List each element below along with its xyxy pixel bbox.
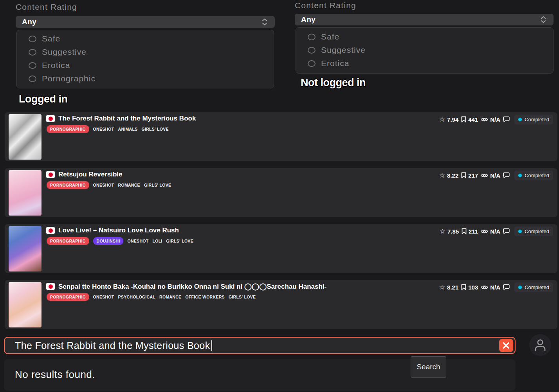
tag-oneshot[interactable]: ONESHOT xyxy=(93,125,114,133)
tag-pornographic[interactable]: PORNOGRAPHIC xyxy=(47,237,89,245)
radio-icon xyxy=(29,36,36,42)
content-rating-panel-not-logged-in: Content Rating Any Safe Suggestive Eroti… xyxy=(295,1,554,10)
tag-oneshot[interactable]: ONESHOT xyxy=(93,181,114,189)
tag-romance[interactable]: ROMANCE xyxy=(118,181,140,189)
tag-loli[interactable]: LOLI xyxy=(152,237,162,245)
follows-stat: 211 xyxy=(462,228,478,235)
status-label: Completed xyxy=(525,228,549,234)
content-rating-label: Content Rating xyxy=(16,2,275,12)
select-value: Any xyxy=(22,18,261,26)
rating-stat: ☆ 8.22 xyxy=(439,172,458,179)
tag-office-workers[interactable]: OFFICE WORKERS xyxy=(185,293,224,301)
manga-title[interactable]: Retsujou Reversible xyxy=(58,171,122,178)
content-rating-label: Content Rating xyxy=(295,1,554,10)
views-stat: N/A xyxy=(481,228,500,235)
follows-value: 217 xyxy=(468,172,478,179)
comment-icon[interactable] xyxy=(503,116,510,122)
radio-option-suggestive[interactable]: Suggestive xyxy=(296,43,553,57)
option-label: Safe xyxy=(42,34,60,43)
views-stat: N/A xyxy=(481,172,500,179)
manga-cover[interactable] xyxy=(9,114,41,160)
eye-icon xyxy=(481,229,488,234)
search-input-value: The Forest Rabbit and the Mysterious Boo… xyxy=(15,340,210,351)
views-stat: N/A xyxy=(481,284,500,291)
annotation-logged-in: Logged in xyxy=(19,93,67,105)
flag-dot xyxy=(49,228,53,233)
tag-girls-love[interactable]: GIRLS' LOVE xyxy=(142,125,169,133)
tag-psychological[interactable]: PSYCHOLOGICAL xyxy=(118,293,156,301)
tag-oneshot[interactable]: ONESHOT xyxy=(93,293,114,301)
status-dot-icon xyxy=(518,118,522,121)
tag-girls-love[interactable]: GIRLS' LOVE xyxy=(144,181,171,189)
status-badge: Completed xyxy=(514,115,553,124)
search-input[interactable]: The Forest Rabbit and the Mysterious Boo… xyxy=(4,337,516,354)
tag-doujinshi[interactable]: DOUJINSHI xyxy=(93,237,124,245)
manga-cover[interactable] xyxy=(9,226,41,272)
status-label: Completed xyxy=(525,117,549,122)
views-stat: N/A xyxy=(481,116,500,123)
content-rating-select[interactable]: Any xyxy=(295,14,554,25)
comment-icon[interactable] xyxy=(503,172,510,178)
manga-cover[interactable] xyxy=(9,282,41,327)
manga-row[interactable]: The Forest Rabbit and the Mysterious Boo… xyxy=(5,112,557,161)
manga-row[interactable]: Love Live! – Natsuiro Love Love Rush POR… xyxy=(5,224,557,273)
manga-stats: ☆ 8.22 217 N/A Completed xyxy=(439,170,553,180)
comment-icon[interactable] xyxy=(503,284,510,290)
tag-pornographic[interactable]: PORNOGRAPHIC xyxy=(47,181,89,189)
manga-row[interactable]: Retsujou Reversible PORNOGRAPHIC ONESHOT… xyxy=(5,168,557,217)
bookmark-icon xyxy=(462,228,467,234)
flag-dot xyxy=(49,173,53,177)
tag-romance[interactable]: ROMANCE xyxy=(159,293,181,301)
star-icon: ☆ xyxy=(439,284,445,291)
tag-girls-love[interactable]: GIRLS' LOVE xyxy=(229,293,256,301)
radio-option-pornographic[interactable]: Pornographic xyxy=(17,72,274,85)
clear-search-button[interactable] xyxy=(499,339,513,352)
select-value: Any xyxy=(301,15,539,24)
search-button[interactable]: Search xyxy=(411,356,446,378)
status-badge: Completed xyxy=(514,171,553,180)
tag-list: PORNOGRAPHIC ONESHOT PSYCHOLOGICAL ROMAN… xyxy=(47,293,256,301)
no-results-text: No results found. xyxy=(15,369,95,381)
radio-option-erotica[interactable]: Erotica xyxy=(296,57,553,70)
eye-icon xyxy=(481,285,488,290)
tag-girls-love[interactable]: GIRLS' LOVE xyxy=(166,237,193,245)
japan-flag-icon xyxy=(46,283,55,290)
rating-stat: ☆ 7.94 xyxy=(439,116,458,123)
follows-value: 211 xyxy=(469,228,478,235)
option-label: Suggestive xyxy=(321,45,366,55)
option-label: Erotica xyxy=(321,59,349,68)
rating-stat: ☆ 7.85 xyxy=(440,228,459,235)
radio-option-safe[interactable]: Safe xyxy=(17,32,274,45)
user-avatar-button[interactable] xyxy=(529,334,551,356)
manga-title[interactable]: Love Live! – Natsuiro Love Love Rush xyxy=(58,227,179,234)
manga-cover[interactable] xyxy=(9,170,41,216)
views-value: N/A xyxy=(490,172,500,179)
follows-value: 441 xyxy=(468,116,478,123)
content-rating-select[interactable]: Any xyxy=(16,16,275,28)
tag-pornographic[interactable]: PORNOGRAPHIC xyxy=(47,125,89,133)
tag-pornographic[interactable]: PORNOGRAPHIC xyxy=(47,293,89,301)
status-dot-icon xyxy=(518,230,522,233)
flag-dot xyxy=(49,284,53,289)
tag-list: PORNOGRAPHIC DOUJINSHI ONESHOT LOLI GIRL… xyxy=(47,237,193,245)
tag-oneshot[interactable]: ONESHOT xyxy=(127,237,148,245)
tag-animals[interactable]: ANIMALS xyxy=(118,125,138,133)
manga-title[interactable]: The Forest Rabbit and the Mysterious Boo… xyxy=(58,115,196,122)
radio-option-suggestive[interactable]: Suggestive xyxy=(17,45,274,59)
manga-title[interactable]: Senpai tte Honto Baka -Kouhai no Burikko… xyxy=(58,282,326,291)
radio-icon xyxy=(29,62,36,69)
rating-value: 8.21 xyxy=(447,284,458,291)
radio-option-safe[interactable]: Safe xyxy=(296,30,553,43)
status-badge: Completed xyxy=(514,282,553,292)
option-label: Erotica xyxy=(42,61,70,70)
eye-icon xyxy=(481,117,488,122)
manga-row[interactable]: Senpai tte Honto Baka -Kouhai no Burikko… xyxy=(5,280,557,329)
comment-icon[interactable] xyxy=(503,228,510,234)
radio-option-erotica[interactable]: Erotica xyxy=(17,59,274,72)
chevron-updown-icon xyxy=(261,18,269,26)
content-rating-dropdown: Safe Suggestive Erotica xyxy=(296,27,554,74)
radio-icon xyxy=(308,47,316,54)
manga-stats: ☆ 7.85 211 N/A Completed xyxy=(440,226,553,236)
radio-icon xyxy=(29,76,36,82)
bookmark-icon xyxy=(461,284,466,290)
